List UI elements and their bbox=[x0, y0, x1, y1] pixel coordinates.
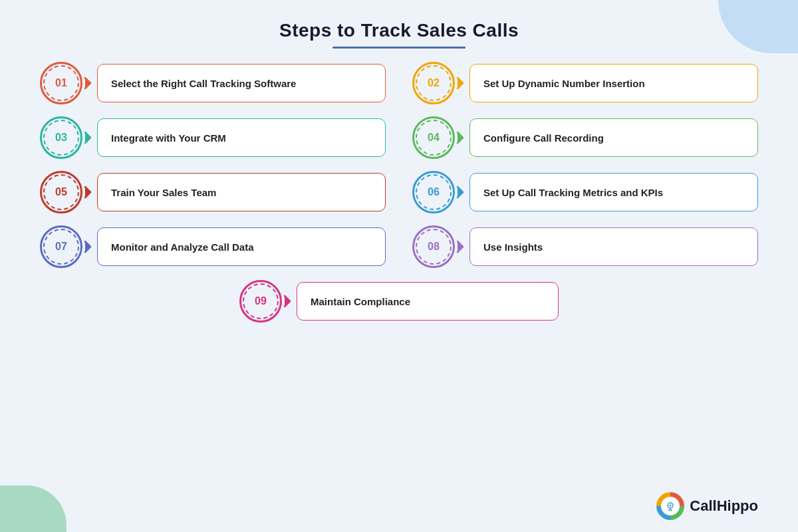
step-number-01: 01 bbox=[43, 65, 79, 101]
step-number-08: 08 bbox=[416, 229, 452, 265]
step-circle-09: 09 bbox=[239, 280, 282, 323]
title-underline bbox=[332, 47, 466, 49]
step-item-07: 07 Monitor and Analyze Call Data bbox=[40, 225, 386, 268]
step-box-03: Integrate with Your CRM bbox=[97, 118, 386, 157]
callhippo-logo-icon bbox=[656, 492, 684, 520]
step-item-03: 03 Integrate with Your CRM bbox=[40, 116, 386, 159]
step-item-09: 09 Maintain Compliance bbox=[239, 280, 559, 323]
step-box-01: Select the Right Call Tracking Software bbox=[97, 64, 386, 102]
step-circle-01: 01 bbox=[40, 62, 82, 104]
step-item-06: 06 Set Up Call Tracking Metrics and KPIs bbox=[412, 171, 758, 213]
step-circle-02: 02 bbox=[412, 62, 455, 104]
step-number-04: 04 bbox=[416, 120, 452, 156]
step-circle-04: 04 bbox=[412, 116, 455, 159]
step-box-09: Maintain Compliance bbox=[297, 282, 559, 321]
step-circle-07: 07 bbox=[40, 225, 82, 268]
callhippo-logo-text: CallHippo bbox=[690, 497, 758, 515]
step-item-05: 05 Train Your Sales Team bbox=[40, 171, 386, 213]
step-box-02: Set Up Dynamic Number Insertion bbox=[469, 64, 758, 102]
step-item-01: 01 Select the Right Call Tracking Softwa… bbox=[40, 62, 386, 104]
step-item-08: 08 Use Insights bbox=[412, 225, 758, 268]
bottom-row: 09 Maintain Compliance bbox=[40, 280, 758, 323]
step-box-05: Train Your Sales Team bbox=[97, 173, 386, 211]
logo-section: CallHippo bbox=[656, 492, 758, 520]
page-container: Steps to Track Sales Calls 01 Select the… bbox=[0, 0, 798, 532]
step-box-06: Set Up Call Tracking Metrics and KPIs bbox=[469, 173, 758, 211]
step-number-07: 07 bbox=[43, 229, 79, 265]
step-number-02: 02 bbox=[416, 65, 452, 101]
page-title: Steps to Track Sales Calls bbox=[40, 20, 758, 41]
step-number-05: 05 bbox=[43, 174, 79, 210]
logo-icon-inner bbox=[661, 497, 680, 515]
step-number-06: 06 bbox=[416, 174, 452, 210]
svg-point-1 bbox=[670, 505, 672, 507]
step-box-08: Use Insights bbox=[469, 227, 758, 266]
step-item-04: 04 Configure Call Recording bbox=[412, 116, 758, 159]
steps-grid: 01 Select the Right Call Tracking Softwa… bbox=[40, 62, 758, 268]
step-number-09: 09 bbox=[243, 283, 279, 319]
step-item-02: 02 Set Up Dynamic Number Insertion bbox=[412, 62, 758, 104]
step-circle-05: 05 bbox=[40, 171, 82, 213]
step-box-07: Monitor and Analyze Call Data bbox=[97, 227, 386, 266]
step-number-03: 03 bbox=[43, 120, 79, 156]
step-box-04: Configure Call Recording bbox=[469, 118, 758, 157]
step-circle-08: 08 bbox=[412, 225, 455, 268]
title-section: Steps to Track Sales Calls bbox=[40, 20, 758, 49]
step-circle-03: 03 bbox=[40, 116, 82, 159]
step-circle-06: 06 bbox=[412, 171, 455, 213]
